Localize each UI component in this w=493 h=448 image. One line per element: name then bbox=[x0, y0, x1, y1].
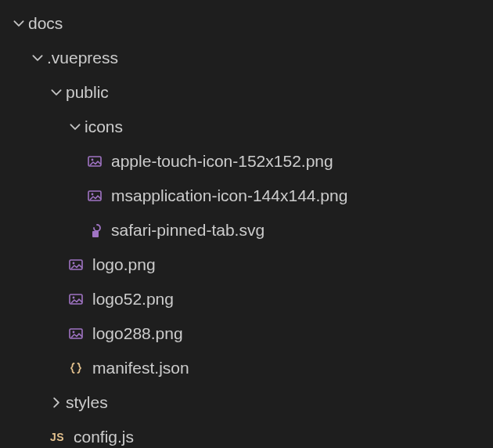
svg-point-10 bbox=[73, 331, 75, 334]
file-label: config.js bbox=[74, 428, 134, 446]
file-label: logo52.png bbox=[92, 290, 174, 309]
svg-point-3 bbox=[92, 193, 94, 196]
chevron-down-icon bbox=[9, 16, 28, 31]
svg-point-1 bbox=[92, 159, 94, 161]
chevron-down-icon bbox=[47, 85, 66, 99]
file-label: safari-pinned-tab.svg bbox=[111, 221, 264, 240]
image-file-icon bbox=[85, 188, 105, 204]
folder-public[interactable]: public bbox=[0, 75, 493, 110]
file-logo288[interactable]: logo288.png bbox=[0, 316, 493, 351]
image-file-icon bbox=[66, 257, 86, 273]
js-file-icon: JS bbox=[47, 431, 67, 443]
folder-vuepress[interactable]: .vuepress bbox=[0, 41, 493, 75]
file-label: msapplication-icon-144x144.png bbox=[111, 186, 347, 205]
file-safari-pinned-tab[interactable]: safari-pinned-tab.svg bbox=[0, 213, 493, 247]
svg-point-6 bbox=[73, 262, 75, 265]
chevron-down-icon bbox=[66, 120, 85, 134]
file-manifest-json[interactable]: manifest.json bbox=[0, 351, 493, 385]
image-file-icon bbox=[66, 291, 86, 307]
file-label: logo.png bbox=[92, 255, 156, 274]
file-label: logo288.png bbox=[92, 324, 183, 343]
json-file-icon bbox=[66, 360, 86, 376]
folder-label: styles bbox=[66, 393, 108, 412]
folder-icons[interactable]: icons bbox=[0, 110, 493, 144]
file-label: apple-touch-icon-152x152.png bbox=[111, 152, 333, 171]
image-file-icon bbox=[85, 154, 105, 169]
file-logo[interactable]: logo.png bbox=[0, 247, 493, 282]
file-config-js[interactable]: JS config.js bbox=[0, 420, 493, 448]
folder-label: .vuepress bbox=[47, 49, 118, 67]
file-apple-touch-icon[interactable]: apple-touch-icon-152x152.png bbox=[0, 144, 493, 179]
folder-docs[interactable]: docs bbox=[0, 6, 493, 41]
file-msapplication-icon[interactable]: msapplication-icon-144x144.png bbox=[0, 179, 493, 213]
folder-label: docs bbox=[28, 14, 63, 33]
chevron-right-icon bbox=[47, 396, 66, 410]
image-file-icon bbox=[66, 326, 86, 341]
folder-styles[interactable]: styles bbox=[0, 385, 493, 420]
folder-label: public bbox=[66, 83, 109, 102]
svg-rect-4 bbox=[92, 231, 99, 237]
svg-file-icon bbox=[85, 222, 105, 238]
chevron-down-icon bbox=[28, 51, 47, 65]
svg-point-8 bbox=[73, 297, 75, 299]
folder-label: icons bbox=[85, 117, 123, 136]
file-label: manifest.json bbox=[92, 359, 189, 378]
file-logo52[interactable]: logo52.png bbox=[0, 282, 493, 316]
file-tree: docs .vuepress public icons bbox=[0, 6, 493, 448]
